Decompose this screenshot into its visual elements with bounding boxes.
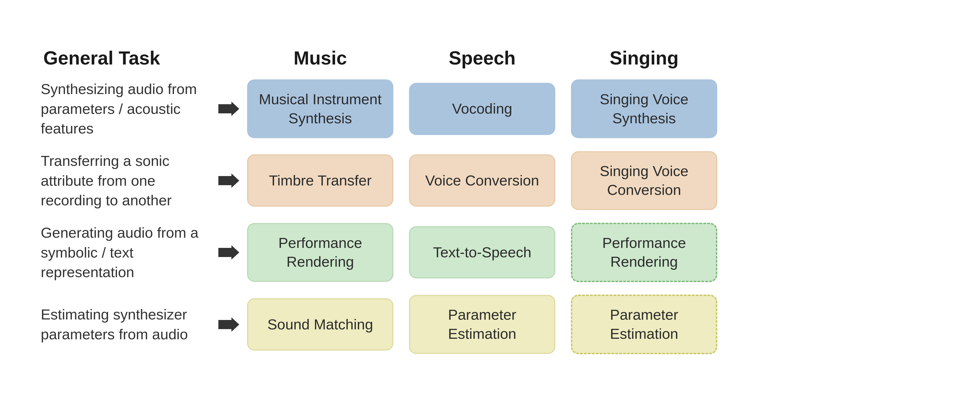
row-0-arrow xyxy=(218,102,239,116)
row-2-speech-box: Text-to-Speech xyxy=(409,226,555,279)
row-3-speech-box: Parameter Estimation xyxy=(409,295,555,354)
row-1-arrow xyxy=(218,174,239,188)
row-0-speech-box: Vocoding xyxy=(409,83,555,135)
header-singing: Singing xyxy=(563,47,725,69)
row-3-label: Estimating synthesizer parameters from a… xyxy=(41,304,218,344)
svg-marker-0 xyxy=(218,102,239,116)
row-2-music-box: Performance Rendering xyxy=(247,223,393,282)
row-1-label: Transferring a sonic attribute from one … xyxy=(41,151,218,210)
row-1: Transferring a sonic attribute from one … xyxy=(41,151,939,210)
svg-marker-2 xyxy=(218,245,239,260)
row-3-music-box: Sound Matching xyxy=(247,298,393,350)
row-3-arrow xyxy=(218,317,239,332)
row-2-arrow xyxy=(218,245,239,260)
row-2-singing-box: Performance Rendering xyxy=(571,223,717,282)
row-3: Estimating synthesizer parameters from a… xyxy=(41,295,939,354)
header-row: General Task Music Speech Singing xyxy=(41,47,939,69)
header-speech: Speech xyxy=(401,47,563,69)
row-0-music-box: Musical Instrument Synthesis xyxy=(247,80,393,139)
svg-marker-1 xyxy=(218,174,239,188)
row-2-label: Generating audio from a symbolic / text … xyxy=(41,223,218,282)
row-0-label: Synthesizing audio from parameters / aco… xyxy=(41,79,218,139)
row-1-speech-box: Voice Conversion xyxy=(409,154,555,207)
header-music: Music xyxy=(239,47,401,69)
header-general-task: General Task xyxy=(41,47,218,69)
svg-marker-3 xyxy=(218,317,239,332)
row-2: Generating audio from a symbolic / text … xyxy=(41,223,939,282)
row-1-singing-box: Singing Voice Conversion xyxy=(571,151,717,210)
row-0-singing-box: Singing Voice Synthesis xyxy=(571,80,717,139)
row-1-music-box: Timbre Transfer xyxy=(247,154,393,207)
diagram-container: General Task Music Speech Singing Synthe… xyxy=(20,32,960,382)
row-0: Synthesizing audio from parameters / aco… xyxy=(41,79,939,139)
row-3-singing-box: Parameter Estimation xyxy=(571,295,717,354)
